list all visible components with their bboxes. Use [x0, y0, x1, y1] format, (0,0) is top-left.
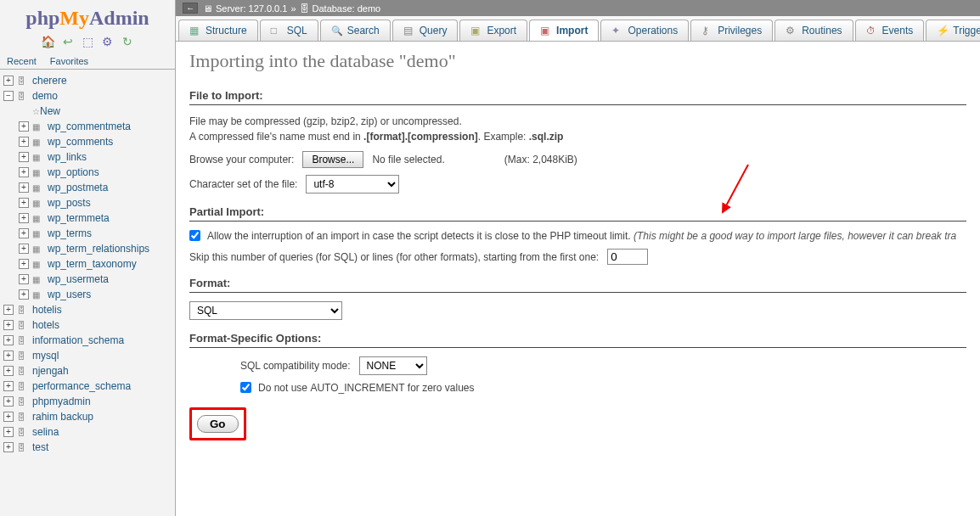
tab-query[interactable]: Query	[392, 20, 459, 41]
expand-icon[interactable]: +	[3, 442, 14, 452]
expand-icon[interactable]: +	[3, 305, 14, 315]
tab-triggers[interactable]: Triggers	[926, 20, 980, 41]
tree-new[interactable]: New	[0, 104, 175, 119]
tree-db[interactable]: +cherere	[0, 73, 175, 88]
tab-sql-label: SQL	[287, 25, 307, 36]
compat-select[interactable]: NONE	[359, 356, 427, 375]
import-icon	[540, 25, 552, 36]
expand-icon[interactable]: +	[3, 427, 14, 437]
tree-label: wp_usermeta	[48, 273, 109, 285]
tree-table[interactable]: +wp_comments	[0, 134, 175, 149]
tab-favorites[interactable]: Favorites	[43, 53, 95, 69]
privileges-icon	[701, 25, 713, 36]
expand-icon[interactable]: +	[19, 213, 29, 223]
logout-icon[interactable]: ↩	[61, 35, 75, 48]
tree-db[interactable]: +hotels	[0, 317, 175, 333]
tree-table[interactable]: +wp_term_taxonomy	[0, 256, 175, 272]
allow-interrupt-checkbox[interactable]	[189, 230, 200, 241]
skip-input[interactable]	[607, 249, 648, 265]
table-icon	[32, 273, 44, 285]
database-icon	[17, 304, 29, 316]
tree-table[interactable]: +wp_usermeta	[0, 272, 175, 287]
settings-icon[interactable]: ⚙	[100, 35, 114, 48]
format-select[interactable]: SQL	[189, 301, 342, 320]
database-icon: 🗄	[300, 3, 309, 14]
expand-icon[interactable]: +	[19, 274, 29, 284]
expand-icon[interactable]: +	[3, 335, 14, 345]
go-button[interactable]: Go	[197, 415, 239, 433]
tab-operations[interactable]: Operations	[600, 20, 689, 41]
partial-heading: Partial Import:	[189, 205, 966, 222]
expand-icon[interactable]: +	[19, 228, 29, 238]
expand-icon[interactable]: +	[3, 396, 14, 407]
tab-events[interactable]: Events	[855, 20, 925, 41]
docs-icon[interactable]: ⬚	[81, 35, 94, 48]
tab-events-label: Events	[882, 25, 914, 36]
tree-db[interactable]: +mysql	[0, 348, 175, 363]
tree-table[interactable]: +wp_termmeta	[0, 210, 175, 226]
expand-icon[interactable]: +	[19, 152, 29, 162]
logo[interactable]: phpMyAdmin	[0, 0, 175, 33]
tree-label: wp_options	[48, 166, 99, 178]
tree-table[interactable]: +wp_options	[0, 165, 175, 180]
tab-export[interactable]: Export	[459, 20, 527, 41]
expand-icon[interactable]: +	[3, 381, 14, 391]
expand-icon[interactable]: +	[19, 259, 29, 269]
tree-table[interactable]: +wp_commentmeta	[0, 119, 175, 134]
content: Importing into the database "demo" File …	[176, 42, 980, 516]
tree-table[interactable]: +wp_postmeta	[0, 180, 175, 195]
expand-icon[interactable]: +	[3, 320, 14, 330]
tree-db[interactable]: +hotelis	[0, 302, 175, 317]
reload-icon[interactable]: ↻	[121, 35, 134, 48]
page-title: Importing into the database "demo"	[189, 50, 966, 72]
expand-icon[interactable]: +	[3, 351, 14, 361]
tab-recent[interactable]: Recent	[0, 53, 43, 69]
tree-db[interactable]: +njengah	[0, 363, 175, 379]
expand-icon[interactable]: +	[3, 366, 14, 376]
tab-sql[interactable]: SQL	[260, 20, 318, 41]
tree-table[interactable]: +wp_posts	[0, 195, 175, 210]
tree-table[interactable]: +wp_links	[0, 149, 175, 165]
breadcrumb-server[interactable]: Server: 127.0.0.1	[216, 3, 287, 14]
charset-select[interactable]: utf-8	[306, 175, 399, 194]
home-icon[interactable]: 🏠	[41, 35, 54, 48]
tree-db[interactable]: +test	[0, 440, 175, 455]
tree-label: New	[40, 105, 60, 117]
file-desc-2c: . Example:	[478, 131, 529, 143]
tree-label: njengah	[32, 365, 69, 377]
tree-table[interactable]: +wp_term_relationships	[0, 241, 175, 256]
no-autoincrement-label: Do not use AUTO_INCREMENT for zero value…	[258, 382, 475, 394]
no-autoincrement-checkbox[interactable]	[240, 382, 251, 393]
expand-icon[interactable]: +	[19, 182, 29, 193]
tree-db[interactable]: −demo	[0, 88, 175, 104]
expand-icon[interactable]: +	[3, 76, 14, 86]
server-icon: 🖥	[203, 3, 212, 14]
expand-icon[interactable]: +	[19, 137, 29, 147]
tree-table[interactable]: +wp_terms	[0, 226, 175, 241]
tab-privileges[interactable]: Privileges	[690, 20, 773, 41]
expand-icon[interactable]: +	[19, 121, 29, 132]
file-import-heading: File to Import:	[189, 89, 966, 105]
tree-db[interactable]: +phpmyadmin	[0, 394, 175, 409]
tree-db[interactable]: +information_schema	[0, 333, 175, 348]
database-icon	[17, 350, 29, 362]
tab-routines[interactable]: Routines	[774, 20, 853, 41]
expand-icon[interactable]: +	[19, 244, 29, 254]
tree-table[interactable]: +wp_users	[0, 287, 175, 302]
tree-db[interactable]: +performance_schema	[0, 379, 175, 394]
tree-db[interactable]: +selina	[0, 424, 175, 440]
tab-structure[interactable]: Structure	[178, 20, 258, 41]
expand-icon[interactable]: +	[19, 198, 29, 208]
table-icon	[32, 166, 44, 178]
browse-button[interactable]: Browse...	[302, 151, 363, 168]
tab-import[interactable]: Import	[529, 20, 599, 41]
tab-search[interactable]: Search	[320, 20, 391, 41]
tree-db[interactable]: +rahim backup	[0, 409, 175, 424]
expand-icon[interactable]: +	[19, 167, 29, 177]
collapse-panel-button[interactable]: ←	[183, 3, 198, 14]
max-size: (Max: 2,048KiB)	[504, 154, 577, 165]
expand-icon[interactable]: +	[19, 289, 29, 300]
breadcrumb-database[interactable]: Database: demo	[313, 3, 381, 14]
collapse-icon[interactable]: −	[3, 91, 14, 101]
expand-icon[interactable]: +	[3, 412, 14, 422]
